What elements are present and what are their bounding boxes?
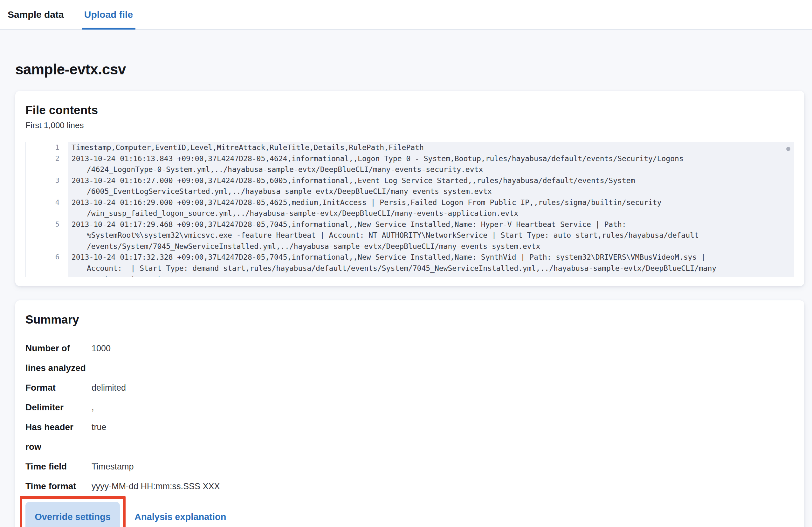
line-number: 1 [26, 142, 68, 153]
line-number [26, 230, 68, 241]
code-line: %SystemRoot%\system32\vmicsvc.exe -featu… [26, 230, 794, 241]
code-text: events-system.evtx [68, 274, 794, 277]
code-line: /win_susp_failed_logon_source.yml,../hay… [26, 208, 794, 219]
code-text: /4624_LogonType-0-System.yml,../hayabusa… [68, 164, 794, 175]
code-line: 42013-10-24 01:16:29.000 +09:00,37L4247D… [26, 197, 794, 208]
code-line: 52013-10-24 01:17:29.468 +09:00,37L4247D… [26, 219, 794, 230]
line-number [26, 186, 68, 197]
code-text: /6005_EventLogServiceStarted.yml,../haya… [68, 186, 794, 197]
code-text: Account: | Start Type: demand start,rule… [68, 263, 794, 274]
line-number [26, 274, 68, 277]
page-body: sample-evtx.csv File contents First 1,00… [0, 61, 812, 527]
code-line: 32013-10-24 01:16:27.000 +09:00,37L4247D… [26, 175, 794, 186]
summary-value: delimited [91, 378, 794, 398]
code-text: %SystemRoot%\system32\vmicsvc.exe -featu… [68, 230, 794, 241]
tab-upload-file[interactable]: Upload file [82, 0, 135, 29]
summary-label: Time format [26, 477, 91, 496]
page-title: sample-evtx.csv [15, 61, 804, 78]
line-number [26, 241, 68, 252]
line-number [26, 164, 68, 175]
summary-actions: Override settings Analysis explanation [20, 496, 794, 527]
file-contents-subtitle: First 1,000 lines [26, 120, 794, 130]
summary-value: yyyy-MM-dd HH:mm:ss.SSS XXX [91, 477, 794, 496]
code-text: 2013-10-24 01:16:27.000 +09:00,37L4247D2… [68, 175, 794, 186]
code-text: /events/System/7045_NewServiceInstalled.… [68, 241, 794, 252]
line-number [26, 263, 68, 274]
analysis-explanation-link[interactable]: Analysis explanation [134, 512, 226, 522]
file-contents-heading: File contents [26, 103, 794, 118]
code-text: 2013-10-24 01:16:29.000 +09:00,37L4247D2… [68, 197, 794, 208]
file-contents-card: File contents First 1,000 lines 1Timesta… [15, 91, 804, 286]
summary-card: Summary Number of lines analyzed1000Form… [15, 301, 804, 527]
summary-value: true [91, 418, 794, 457]
code-line: Account: | Start Type: demand start,rule… [26, 263, 794, 274]
summary-label: Number of lines analyzed [26, 338, 91, 378]
summary-label: Time field [26, 457, 91, 477]
code-line: /6005_EventLogServiceStarted.yml,../haya… [26, 186, 794, 197]
line-number: 5 [26, 219, 68, 230]
summary-label: Format [26, 378, 91, 398]
line-number: 3 [26, 175, 68, 186]
file-preview-editor[interactable]: 1Timestamp,Computer,EventID,Level,MitreA… [26, 142, 794, 277]
code-line: 22013-10-24 01:16:13.843 +09:00,37L4247D… [26, 153, 794, 164]
summary-label: Has header row [26, 418, 91, 457]
code-line: /events/System/7045_NewServiceInstalled.… [26, 241, 794, 252]
line-number: 2 [26, 153, 68, 164]
summary-list: Number of lines analyzed1000Formatdelimi… [26, 338, 794, 496]
summary-value: , [91, 398, 794, 418]
summary-heading: Summary [26, 312, 794, 327]
tab-sample-data[interactable]: Sample data [5, 0, 67, 29]
code-line: 1Timestamp,Computer,EventID,Level,MitreA… [26, 142, 794, 153]
summary-value: Timestamp [91, 457, 794, 477]
code-text: 2013-10-24 01:16:13.843 +09:00,37L4247D2… [68, 153, 794, 164]
code-text: 2013-10-24 01:17:29.468 +09:00,37L4247D2… [68, 219, 794, 230]
code-line: /4624_LogonType-0-System.yml,../hayabusa… [26, 164, 794, 175]
scrollbar-thumb[interactable] [786, 147, 791, 151]
line-number: 6 [26, 252, 68, 263]
line-number [26, 208, 68, 219]
annotation-highlight: Override settings [20, 496, 126, 527]
code-line: events-system.evtx [26, 274, 794, 277]
code-text: Timestamp,Computer,EventID,Level,MitreAt… [68, 142, 794, 153]
code-line: 62013-10-24 01:17:32.328 +09:00,37L4247D… [26, 252, 794, 263]
summary-label: Delimiter [26, 398, 91, 418]
code-text: /win_susp_failed_logon_source.yml,../hay… [68, 208, 794, 219]
override-settings-button[interactable]: Override settings [26, 502, 120, 527]
line-number: 4 [26, 197, 68, 208]
summary-value: 1000 [91, 338, 794, 378]
code-text: 2013-10-24 01:17:32.328 +09:00,37L4247D2… [68, 252, 794, 263]
top-tab-bar: Sample data Upload file [0, 0, 812, 30]
